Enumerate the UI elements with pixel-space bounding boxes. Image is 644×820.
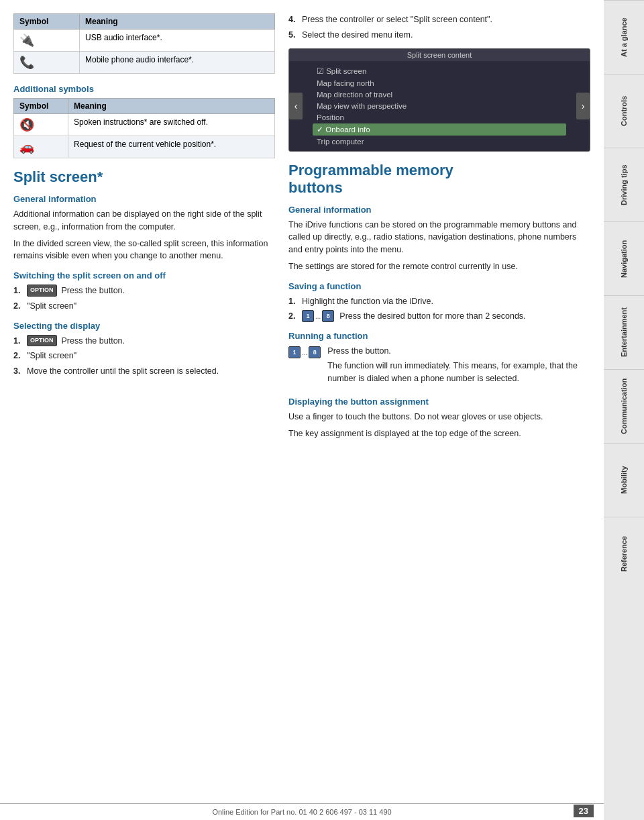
switching-heading: Switching the split screen on and off xyxy=(13,270,275,280)
option-button-icon-2: OPTION xyxy=(27,335,57,347)
screenshot-item: Map view with perspective xyxy=(313,101,566,111)
screenshot-item: Position xyxy=(313,112,566,123)
col-symbol-1: Symbol xyxy=(14,14,80,30)
sidebar-tab-entertainment[interactable]: Entertainment xyxy=(604,295,644,369)
numbered-button-group-2: 1 ... 8 xyxy=(288,346,321,358)
meaning-cell: Request of the current vehicle position*… xyxy=(68,136,275,158)
screenshot-item: Trip computer xyxy=(313,136,566,147)
general-info-p1: Additional information can be displayed … xyxy=(13,208,275,234)
screenshot-content: ☑ Split screen Map facing north Map dire… xyxy=(306,61,573,151)
symbols-table-2: Symbol Meaning 🔇 Spoken instructions* ar… xyxy=(13,98,275,158)
general-info-p2: In the divided screen view, the so-calle… xyxy=(13,238,275,263)
footer-text: Online Edition for Part no. 01 40 2 606 … xyxy=(212,808,391,816)
symbol-cell: 🚗 xyxy=(14,136,68,158)
running-step-text: Press the button. xyxy=(327,345,590,358)
continued-steps: 4. Press the controller or select "Split… xyxy=(288,13,590,42)
programmable-memory-title: Programmable memory buttons xyxy=(288,162,590,197)
table-row: 🔇 Spoken instructions* are switched off. xyxy=(14,114,275,136)
list-item: 3. Move the controller until the split s… xyxy=(13,365,275,378)
sidebar-tab-communication[interactable]: Communication xyxy=(604,369,644,443)
prog-general-info-p1: The iDrive functions can be stored on th… xyxy=(288,219,590,256)
sidebar-tab-reference[interactable]: Reference xyxy=(604,517,644,591)
list-item: 1. Highlight the function via the iDrive… xyxy=(288,295,590,308)
step-text: Press the button. xyxy=(62,285,125,297)
symbol-cell: 🔇 xyxy=(14,114,68,136)
button-1-icon: 1 xyxy=(302,310,314,322)
displaying-p1: Use a finger to touch the buttons. Do no… xyxy=(288,411,590,423)
run-button-dots-icon: ... xyxy=(302,349,307,356)
screenshot-split-screen: Split screen content ‹ ☑ Split screen Ma… xyxy=(288,48,590,152)
col-meaning-1: Meaning xyxy=(80,14,275,30)
right-sidebar: At a glance Controls Driving tips Naviga… xyxy=(604,0,644,820)
symbols-table-1: Symbol Meaning 🔌 USB audio interface*. 📞… xyxy=(13,13,275,74)
step-text: Move the controller until the split scre… xyxy=(27,365,219,378)
step-text: Highlight the function via the iDrive. xyxy=(302,295,433,308)
nav-arrow-right: › xyxy=(576,93,590,119)
screenshot-header: Split screen content xyxy=(289,49,590,61)
running-heading: Running a function xyxy=(288,331,590,341)
step-text: "Split screen" xyxy=(27,350,76,362)
meaning-cell: Spoken instructions* are switched off. xyxy=(68,114,275,136)
sidebar-tab-navigation[interactable]: Navigation xyxy=(604,221,644,295)
numbered-button-group: 1 ... 8 xyxy=(302,310,334,322)
run-button-8-icon: 8 xyxy=(309,346,321,358)
running-step: 1 ... 8 Press the button. The function w… xyxy=(288,345,590,389)
meaning-cell: USB audio interface*. xyxy=(80,30,275,52)
switching-steps: 1. OPTION Press the button. 2. "Split sc… xyxy=(13,285,275,313)
selecting-steps: 1. OPTION Press the button. 2. "Split sc… xyxy=(13,335,275,378)
step-text: Press the controller or select "Split sc… xyxy=(302,13,492,26)
prog-general-info-p2: The settings are stored for the remote c… xyxy=(288,260,590,273)
displaying-heading: Displaying the button assignment xyxy=(288,397,590,407)
step-text: "Split screen" xyxy=(27,300,76,313)
screenshot-item: ☑ Split screen xyxy=(313,65,566,77)
list-item: 1. OPTION Press the button. xyxy=(13,285,275,297)
sidebar-tab-mobility[interactable]: Mobility xyxy=(604,443,644,517)
symbol-cell: 📞 xyxy=(14,52,80,74)
saving-steps: 1. Highlight the function via the iDrive… xyxy=(288,295,590,323)
col-symbol-2: Symbol xyxy=(14,99,68,114)
list-item: 4. Press the controller or select "Split… xyxy=(288,13,590,26)
split-screen-title: Split screen* xyxy=(13,168,275,186)
list-item: 2. "Split screen" xyxy=(13,300,275,313)
step-text: Select the desired menu item. xyxy=(302,29,413,42)
page-footer: Online Edition for Part no. 01 40 2 606 … xyxy=(0,803,604,820)
step-text: Press the desired button for more than 2… xyxy=(339,310,525,323)
symbol-cell: 🔌 xyxy=(14,30,80,52)
button-dots-icon: ... xyxy=(315,311,321,321)
additional-symbols-heading: Additional symbols xyxy=(13,84,275,94)
sidebar-tab-driving-tips[interactable]: Driving tips xyxy=(604,148,644,221)
run-button-1-icon: 1 xyxy=(288,346,301,358)
step-text: Press the button. xyxy=(62,335,125,348)
button-8-icon: 8 xyxy=(322,310,334,322)
screenshot-item: Map direction of travel xyxy=(313,89,566,100)
left-column: Symbol Meaning 🔌 USB audio interface*. 📞… xyxy=(13,13,275,793)
list-item: 1. OPTION Press the button. xyxy=(13,335,275,348)
running-note: The function will run immediately. This … xyxy=(327,360,590,385)
saving-heading: Saving a function xyxy=(288,281,590,291)
screenshot-item: Map facing north xyxy=(313,78,566,89)
list-item: 2. "Split screen" xyxy=(13,350,275,362)
page-number: 23 xyxy=(574,806,594,816)
selecting-heading: Selecting the display xyxy=(13,321,275,331)
meaning-cell: Mobile phone audio interface*. xyxy=(80,52,275,74)
table-row: 📞 Mobile phone audio interface*. xyxy=(14,52,275,74)
table-row: 🚗 Request of the current vehicle positio… xyxy=(14,136,275,158)
general-info-heading-left: General information xyxy=(13,194,275,204)
table-row: 🔌 USB audio interface*. xyxy=(14,30,275,52)
list-item: 2. 1 ... 8 Press the desired button for … xyxy=(288,310,590,323)
col-meaning-2: Meaning xyxy=(68,99,275,114)
option-button-icon: OPTION xyxy=(27,285,57,297)
nav-arrow-left: ‹ xyxy=(289,93,303,119)
sidebar-tab-at-a-glance[interactable]: At a glance xyxy=(604,0,644,74)
screenshot-item-highlighted: ✓ Onboard info xyxy=(313,123,566,136)
sidebar-tab-controls[interactable]: Controls xyxy=(604,74,644,148)
displaying-p2: The key assignment is displayed at the t… xyxy=(288,427,590,440)
list-item: 5. Select the desired menu item. xyxy=(288,29,590,42)
right-column: 4. Press the controller or select "Split… xyxy=(288,13,590,793)
prog-general-info-heading: General information xyxy=(288,205,590,215)
